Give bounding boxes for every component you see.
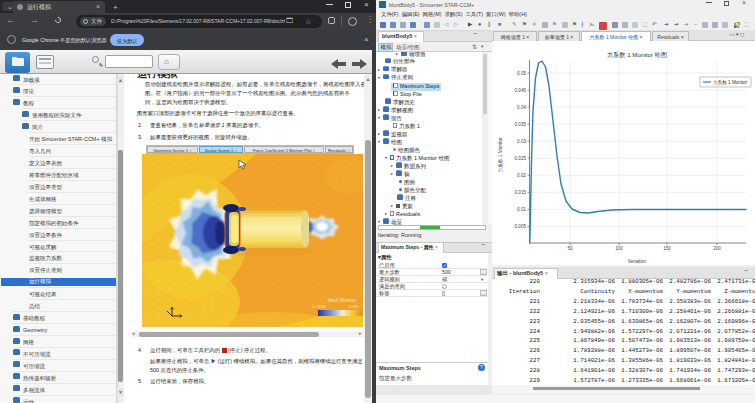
svg-text:0.025: 0.025 <box>515 156 527 161</box>
svg-text:0.02: 0.02 <box>517 173 526 178</box>
svg-text:0.05: 0.05 <box>517 71 526 76</box>
svg-text:力系数 1 Monitor: 力系数 1 Monitor <box>497 137 503 173</box>
svg-text:0.03: 0.03 <box>517 139 526 144</box>
svg-text:力系数 1 Monitor: 力系数 1 Monitor <box>713 79 748 85</box>
svg-text:0.045: 0.045 <box>515 88 527 93</box>
svg-text:0.035: 0.035 <box>515 122 527 127</box>
svg-text:0.00234: 0.00234 <box>312 305 326 309</box>
svg-text:Mach Number: Mach Number <box>328 298 357 303</box>
svg-text:0.04: 0.04 <box>517 105 526 110</box>
svg-text:0.669: 0.669 <box>349 305 359 309</box>
svg-text:0.01: 0.01 <box>517 207 526 212</box>
svg-text:200: 200 <box>713 246 721 251</box>
svg-text:150: 150 <box>663 246 671 251</box>
svg-text:100: 100 <box>615 246 623 251</box>
svg-text:Iteration: Iteration <box>628 258 646 264</box>
svg-text:0.015: 0.015 <box>515 190 527 195</box>
svg-text:50: 50 <box>567 246 573 251</box>
svg-text:力系数 1 Monitor 绘图: 力系数 1 Monitor 绘图 <box>607 51 667 59</box>
svg-text:0.005: 0.005 <box>515 224 527 229</box>
